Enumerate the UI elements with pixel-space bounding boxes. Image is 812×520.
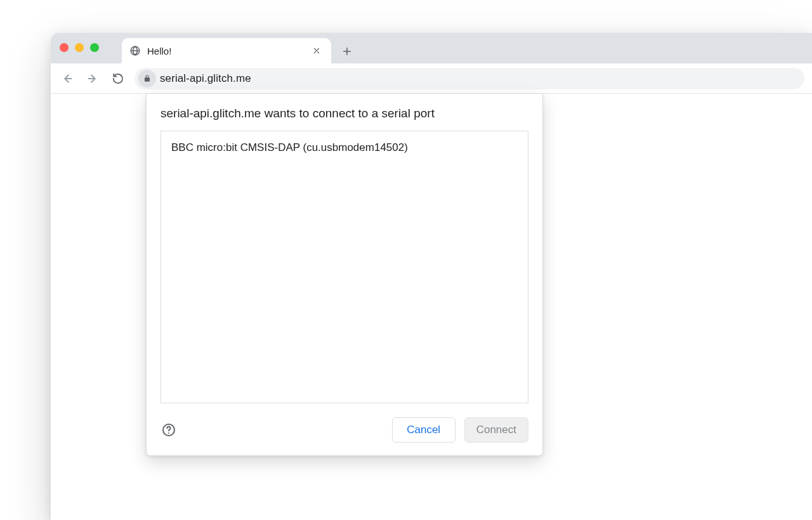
connect-button[interactable]: Connect: [464, 417, 528, 443]
back-button[interactable]: [58, 70, 76, 88]
help-icon[interactable]: [160, 422, 177, 438]
tab-title: Hello!: [147, 46, 303, 56]
window-minimize-button[interactable]: [75, 43, 84, 52]
dialog-title: serial-api.glitch.me wants to connect to…: [160, 107, 528, 120]
globe-icon: [129, 45, 141, 56]
reload-button[interactable]: [109, 70, 127, 88]
toolbar: serial-api.glitch.me: [51, 63, 812, 94]
dialog-footer: Cancel Connect: [160, 417, 528, 443]
tab-strip: Hello!: [51, 33, 812, 63]
page-viewport: serial-api.glitch.me wants to connect to…: [51, 94, 812, 520]
browser-tab[interactable]: Hello!: [122, 38, 331, 63]
serial-port-permission-dialog: serial-api.glitch.me wants to connect to…: [146, 94, 543, 456]
browser-window: Hello!: [51, 33, 812, 520]
address-bar[interactable]: serial-api.glitch.me: [134, 68, 804, 89]
address-bar-url: serial-api.glitch.me: [160, 72, 251, 85]
device-list-item[interactable]: BBC micro:bit CMSIS-DAP (cu.usbmodem1450…: [170, 138, 519, 158]
window-controls: [60, 43, 99, 52]
new-tab-button[interactable]: [340, 44, 354, 58]
screenshot-stage: Hello!: [0, 0, 812, 520]
device-list[interactable]: BBC micro:bit CMSIS-DAP (cu.usbmodem1450…: [160, 131, 528, 403]
forward-button[interactable]: [84, 70, 102, 88]
tab-close-button[interactable]: [310, 44, 324, 58]
lock-icon[interactable]: [138, 70, 156, 88]
svg-point-2: [168, 432, 169, 434]
cancel-button[interactable]: Cancel: [392, 417, 455, 443]
window-close-button[interactable]: [60, 43, 69, 52]
window-zoom-button[interactable]: [90, 43, 99, 52]
